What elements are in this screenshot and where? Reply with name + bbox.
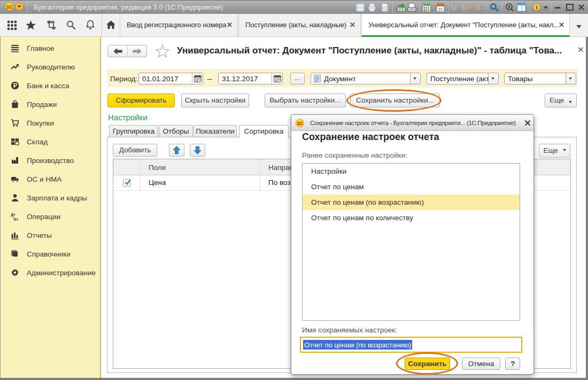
svg-text:1C: 1C (297, 121, 303, 126)
svg-text:1C: 1C (6, 4, 13, 10)
svg-text:Кт: Кт (14, 217, 19, 221)
svg-text:i: i (536, 4, 537, 10)
svg-text:31: 31 (438, 7, 443, 12)
